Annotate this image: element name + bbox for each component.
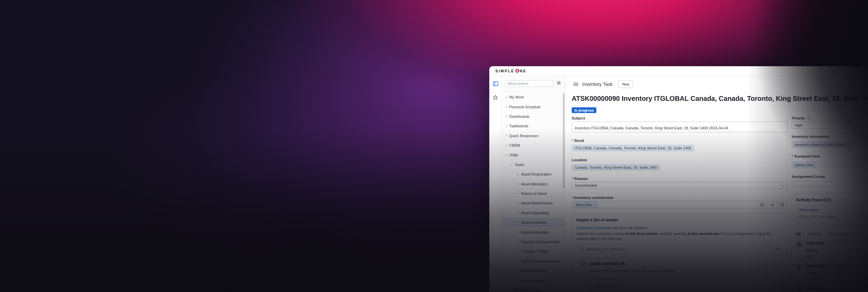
feed-author: John Doe [805, 241, 824, 245]
assignment-group-label: Assignment Group [792, 175, 868, 179]
chip-remove-icon[interactable]: × [594, 203, 596, 207]
location-chip[interactable]: Canada, Toronto, King Street East, 18, S… [572, 164, 660, 170]
bullet-icon [517, 232, 518, 233]
new-button[interactable]: New [618, 80, 633, 88]
inventory-commission-field[interactable]: Jane Doe× [572, 201, 787, 208]
activity-feed-header[interactable]: Activity Feed (12) [796, 198, 868, 202]
favorites-star-icon[interactable] [493, 95, 498, 102]
assets-verified-title-row: Assets verified: 46 [580, 261, 778, 267]
sidebar-item-label: Asset Inventory [521, 220, 547, 224]
download-icon[interactable] [775, 246, 779, 252]
assets-verified-title: Assets verified: 46 [589, 261, 625, 266]
chevron-down-icon [505, 154, 507, 156]
status-badge: In progress [572, 107, 596, 113]
import-instruction-line2: Specify the inventory number in the firs… [576, 231, 783, 241]
reason-label: *Reason [572, 177, 787, 181]
work-notes-tab[interactable]: Work notes [799, 208, 868, 212]
commission-member-chip[interactable]: Jane Doe× [573, 202, 598, 208]
sidebar-menu: My Work Personal Schedule Dashboards Tas… [502, 92, 565, 292]
download-template-link[interactable]: Download a template [576, 226, 611, 230]
info-icon [580, 261, 586, 267]
sidebar-item-label: Asset Maintenance [521, 201, 553, 205]
bullet-icon [517, 212, 518, 213]
sidebar-item-taskboards[interactable]: Taskboards [502, 121, 565, 131]
lookup-search-icon[interactable] [777, 201, 787, 208]
clear-selection-icon[interactable] [757, 201, 768, 208]
simpleone-logo[interactable]: SIMPLENE [495, 69, 527, 73]
sidebar-item-change-of-stock[interactable]: Change of Stock [502, 247, 565, 256]
hero-background: SIMPLENE [0, 0, 868, 292]
add-member-icon[interactable] [768, 201, 777, 208]
top-bar: SIMPLENE [489, 66, 868, 76]
sidebar-item-asset-inventory[interactable]: Asset Inventory [502, 218, 565, 227]
sidebar-item-change-of-responsible[interactable]: Change of Responsible [502, 237, 565, 247]
sidebar-item-label: Return to Stock [521, 191, 547, 196]
file-icon [580, 247, 584, 252]
feed-entry: James Doe2024-04-04 Reason [796, 286, 868, 292]
sidebar-item-asset-registration[interactable]: Asset Registration [502, 169, 565, 179]
sidebar-item-asset-upgrading[interactable]: Asset Upgrading [502, 208, 565, 218]
reason-select[interactable]: Unscheduled [572, 182, 787, 189]
priority-select[interactable]: High [792, 122, 868, 129]
chevron-right-icon [505, 96, 507, 98]
assignment-group-field[interactable] [792, 181, 868, 186]
priority-label: Priority? [792, 116, 868, 120]
required-asterisk: * [792, 154, 793, 158]
feed-timestamp: 2024-04-04 [829, 287, 847, 291]
sidebar-item-label: Personal Schedule [509, 105, 540, 109]
sidebar-scrollbar[interactable] [563, 93, 565, 188]
feed-value: Moderate [805, 277, 847, 281]
sidebar-item-asset-allocation[interactable]: Asset Allocation [502, 179, 565, 189]
bullet-icon [517, 241, 518, 242]
sidebar-item-cmdb[interactable]: CMDB [502, 141, 565, 150]
sidebar-item-asset-disposal[interactable]: Asset Disposal [502, 266, 565, 275]
assigned-user-chip[interactable]: James Doe [792, 162, 816, 168]
sidebar-item-label: ITAM [509, 153, 518, 157]
stock-chip[interactable]: ITGLOBAL Canada, Canada, Toronto, King S… [572, 145, 694, 151]
subject-input[interactable] [572, 122, 787, 132]
feed-timestamp: 2024-04-04 [829, 264, 847, 268]
bullet-icon [517, 222, 518, 223]
tab-work-notes[interactable]: Work notes [829, 232, 849, 236]
sidebar-toggle-icon[interactable] [493, 81, 498, 88]
sidebar-item-label: Dashboards [509, 114, 529, 118]
inventory-commission-label: *Inventory commission [572, 196, 787, 200]
sidebar-item-return-to-stock[interactable]: Return to Stock [502, 189, 565, 198]
required-asterisk: * [572, 196, 573, 200]
tab-all[interactable]: All [796, 232, 801, 236]
logo-text-left: SIMPLE [495, 69, 515, 73]
sidebar-item-dashboards[interactable]: Dashboards [502, 112, 565, 121]
chevron-down-icon [510, 289, 513, 291]
sidebar-item-itam[interactable]: ITAM [502, 150, 565, 160]
sidebar-item-personal-schedule[interactable]: Personal Schedule [502, 102, 565, 111]
chip-remove-icon[interactable]: × [847, 143, 849, 147]
sidebar-item-asset-contracts[interactable]: Asset Contracts [502, 285, 565, 292]
sidebar-item-tasks[interactable]: Tasks [502, 160, 565, 169]
circle-slash-icon [589, 276, 593, 280]
inventory-documents-label: Inventory documents [792, 134, 868, 139]
sidebar-item-my-work[interactable]: My Work [502, 92, 565, 102]
warning-triangle-icon [589, 284, 593, 288]
sidebar-item-label: Asset Decommissioning [521, 259, 561, 263]
avatar [796, 263, 803, 270]
bullet-icon [517, 183, 518, 184]
inventory-document-chip[interactable]: Inventory sheet A-018/04/2024× [792, 142, 852, 148]
main-content: Inventory Task New ATSK00000090 Inventor… [565, 76, 868, 292]
tab-history[interactable]: History [809, 232, 821, 236]
sidebar-item-asset-decommissioning[interactable]: Asset Decommissioning [502, 256, 565, 266]
priority-value: High [795, 123, 803, 127]
hamburger-icon[interactable] [573, 83, 578, 86]
feed-entry: James Doe2024-04-04 Priority Moderate [796, 263, 868, 281]
sidebar-item-asset-maintenance[interactable]: Asset Maintenance [502, 198, 565, 208]
sidebar-item-asset-transfer[interactable]: Asset Transfer [502, 275, 565, 285]
attachment-row[interactable]: inventory_04.2024.xlsx [576, 244, 783, 254]
chevron-down-icon [833, 199, 836, 201]
sidebar-item-asset-relocation[interactable]: Asset Relocation [502, 227, 565, 237]
unpin-menu-icon[interactable] [556, 80, 561, 87]
sidebar-item-label: Asset Allocation [521, 182, 548, 186]
stock-label: *Stock [572, 139, 787, 143]
menu-search-input[interactable] [505, 80, 554, 87]
help-icon[interactable]: ? [807, 116, 811, 120]
work-notes-compose-box[interactable]: Work notes Write your message [796, 205, 868, 224]
sidebar-item-quick-responses[interactable]: Quick Responses [502, 131, 565, 141]
